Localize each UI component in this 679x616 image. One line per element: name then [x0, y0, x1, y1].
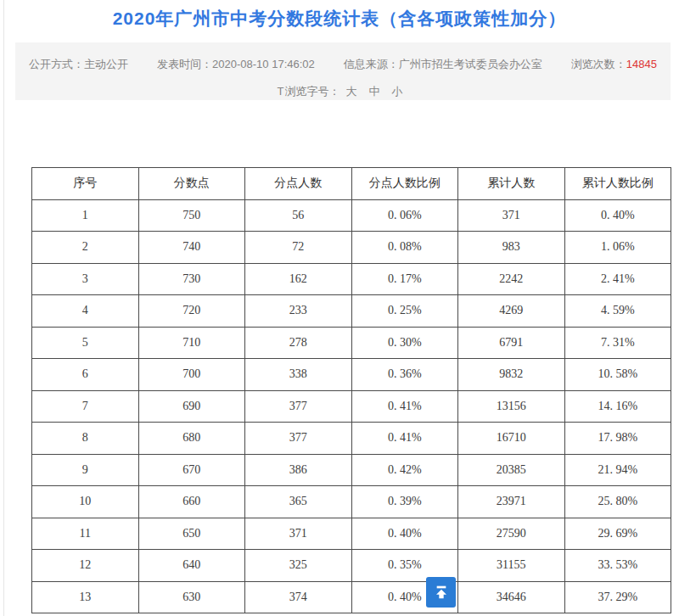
table-cell: 0. 25%	[351, 295, 458, 328]
table-cell: 1	[32, 199, 139, 232]
font-size-option-中[interactable]: 中	[368, 85, 379, 98]
meta-value: 主动公开	[84, 58, 128, 70]
font-size-option-小[interactable]: 小	[391, 85, 402, 98]
table-row: 106603650. 39%2397125. 80%	[32, 486, 671, 518]
table-cell: 34646	[458, 581, 565, 613]
table-row: 57102780. 30%67917. 31%	[32, 327, 671, 359]
table-row: 116503710. 40%2759029. 69%	[32, 518, 671, 550]
table-cell: 730	[138, 263, 245, 295]
table-cell: 21. 94%	[564, 454, 671, 486]
table-cell: 0. 41%	[351, 390, 458, 423]
meta-item-publish-method: 公开方式：主动公开	[29, 57, 128, 72]
table-row: 86803770. 41%1671017. 98%	[32, 423, 671, 455]
table-cell: 0. 40%	[351, 518, 458, 550]
table-cell: 690	[138, 390, 245, 423]
column-header: 分点人数	[245, 168, 352, 200]
table-cell: 0. 42%	[351, 454, 458, 486]
table-cell: 700	[138, 359, 245, 391]
meta-value: 2020-08-10 17:46:02	[212, 58, 315, 70]
column-header: 累计人数比例	[564, 168, 671, 200]
table-cell: 2242	[458, 263, 565, 295]
table-cell: 680	[138, 423, 245, 455]
table-cell: 11	[32, 518, 139, 550]
arrow-up-to-top-icon	[431, 582, 452, 602]
back-to-top-button[interactable]	[426, 577, 456, 608]
table-cell: 325	[245, 550, 352, 582]
table-cell: 33. 53%	[564, 550, 671, 582]
font-size-option-大[interactable]: 大	[345, 85, 356, 98]
table-cell: 25. 80%	[564, 486, 671, 518]
table-body: 1750560. 06%3710. 40%2740720. 08%9831. 0…	[32, 199, 671, 613]
meta-label: 浏览次数：	[571, 58, 626, 70]
table-cell: 0. 06%	[351, 199, 458, 232]
table-row: 126403250. 35%3115533. 53%	[32, 550, 671, 582]
table-row: 47202330. 25%42694. 59%	[32, 295, 671, 328]
table-cell: 4269	[458, 295, 565, 328]
table-cell: 720	[138, 295, 245, 328]
table-cell: 650	[138, 518, 245, 550]
table-cell: 374	[245, 581, 352, 613]
meta-label: 公开方式：	[29, 58, 84, 70]
table-cell: 3	[32, 263, 139, 295]
table-cell: 630	[138, 581, 245, 613]
table-cell: 0. 41%	[351, 423, 458, 455]
table-cell: 37. 29%	[564, 581, 671, 613]
table-cell: 377	[245, 390, 352, 423]
table-cell: 6	[32, 359, 139, 391]
table-cell: 16710	[458, 423, 565, 455]
table-cell: 14. 16%	[564, 390, 671, 423]
font-size-label: 浏览字号：	[284, 85, 340, 98]
meta-label: 信息来源：	[344, 58, 399, 70]
table-cell: 710	[138, 327, 245, 359]
table-row: 96703860. 42%2038521. 94%	[32, 454, 671, 486]
table-cell: 31155	[458, 550, 565, 582]
table-cell: 162	[245, 263, 352, 295]
table-row: 76903770. 41%1315614. 16%	[32, 390, 671, 423]
font-size-row: T浏览字号：大中小	[15, 84, 671, 99]
meta-item-publish-time: 发表时间：2020-08-10 17:46:02	[157, 57, 315, 72]
table-row: 2740720. 08%9831. 06%	[32, 232, 671, 264]
meta-item-info-source: 信息来源：广州市招生考试委员会办公室	[344, 57, 542, 72]
table-cell: 670	[138, 454, 245, 486]
meta-label: 发表时间：	[157, 58, 212, 70]
table-cell: 4. 59%	[564, 295, 671, 328]
meta-items-row: 公开方式：主动公开发表时间：2020-08-10 17:46:02信息来源：广州…	[15, 42, 671, 72]
table-cell: 983	[458, 232, 565, 264]
table-cell: 0. 36%	[351, 359, 458, 391]
column-header: 序号	[32, 168, 139, 200]
table-row: 136303740. 40%3464637. 29%	[32, 581, 671, 613]
table-cell: 23971	[458, 486, 565, 518]
table-cell: 233	[245, 295, 352, 328]
table-header: 序号分数点分点人数分点人数比例累计人数累计人数比例	[32, 168, 671, 200]
table-cell: 640	[138, 550, 245, 582]
table-cell: 371	[458, 199, 565, 232]
table-cell: 1. 06%	[564, 232, 671, 264]
table-cell: 0. 08%	[351, 232, 458, 264]
meta-item-view-count: 浏览次数：14845	[571, 57, 657, 72]
meta-value: 广州市招生考试委员会办公室	[399, 58, 542, 70]
table-cell: 660	[138, 486, 245, 518]
table-row: 67003380. 36%983210. 58%	[32, 359, 671, 391]
table-cell: 740	[138, 232, 245, 264]
table-cell: 13	[32, 581, 139, 613]
column-header: 分数点	[138, 168, 245, 200]
table-cell: 8	[32, 423, 139, 455]
table-cell: 0. 40%	[564, 199, 671, 232]
table-cell: 56	[245, 199, 352, 232]
meta-value: 14845	[626, 58, 657, 70]
table-row: 37301620. 17%22422. 41%	[32, 263, 671, 295]
table-cell: 0. 39%	[351, 486, 458, 518]
table-cell: 17. 98%	[564, 423, 671, 455]
table-cell: 20385	[458, 454, 565, 486]
font-size-options: 大中小	[340, 85, 408, 98]
table-cell: 2. 41%	[564, 263, 671, 295]
page-title: 2020年广州市中考分数段统计表（含各项政策性加分）	[0, 0, 679, 42]
column-header: 累计人数	[458, 168, 565, 200]
column-header: 分点人数比例	[351, 168, 458, 200]
table-cell: 386	[245, 454, 352, 486]
score-distribution-table: 序号分数点分点人数分点人数比例累计人数累计人数比例 1750560. 06%37…	[31, 167, 671, 613]
font-size-icon: T	[278, 85, 284, 98]
table-cell: 7	[32, 390, 139, 423]
table-cell: 10. 58%	[564, 359, 671, 391]
left-edge-divider	[3, 0, 4, 616]
